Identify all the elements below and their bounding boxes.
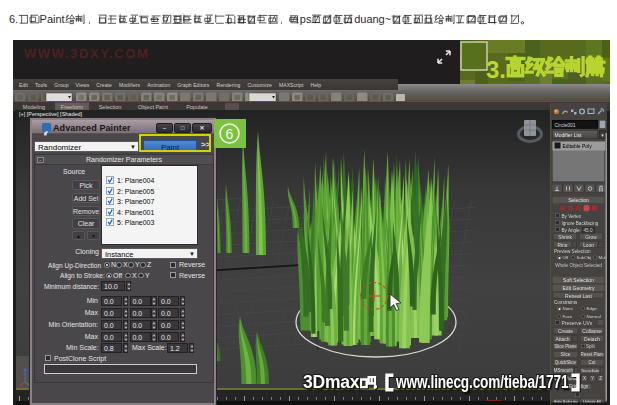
svg-text:6: 6: [226, 126, 234, 142]
